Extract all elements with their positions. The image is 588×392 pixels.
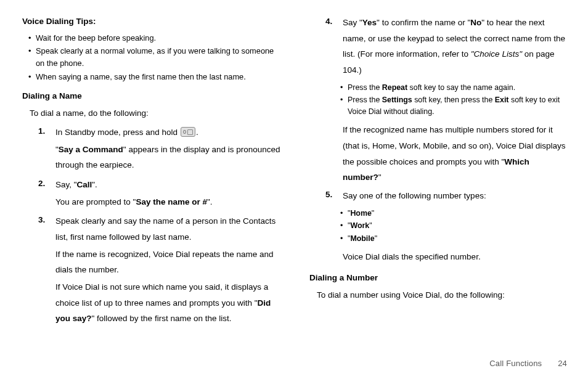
step-3: 3. Speak clearly and say the name of a p… [38,213,282,327]
choice-lists-ref: "Choice Lists" [471,49,522,59]
mobile-label: Mobile [350,234,374,243]
text: If the name is recognized, Voice Dial re… [55,247,282,278]
step-1: 1. In Standby mode, press and hold . "Sa… [38,125,282,174]
list-item: Wait for the beep before speaking. [31,32,282,44]
step-body: Speak clearly and say the name of a pers… [55,213,282,327]
text: Say, " [55,180,77,189]
text: In Standby mode, press and hold [55,128,180,137]
text: " to confirm the name or " [377,18,470,27]
step4-continuation: If the recognized name has multiple numb… [343,122,570,186]
step-4: 4. Say "Yes" to confirm the name or "No"… [325,15,570,80]
left-column: Voice Dialing Tips: Wait for the beep be… [22,12,296,357]
step4-sublist: Press the Repeat soft key to say the nam… [328,82,570,118]
voice-dialing-tips-header: Voice Dialing Tips: [22,15,282,28]
home-label: Home [350,209,371,218]
list-item: Press the Repeat soft key to say the nam… [343,82,570,94]
step-body: Say, "Call". You are prompted to "Say th… [55,177,282,211]
text: " [369,221,372,230]
call-label: Call [77,180,92,189]
step5-after: Voice Dial dials the specified number. [343,249,570,265]
list-item: "Work" [343,220,570,232]
section-title: Call Functions [489,359,542,368]
say-command-label: Say a Command [59,145,123,154]
text: . [196,128,198,137]
step-body: Say "Yes" to confirm the name or "No" to… [343,15,570,80]
step-2: 2. Say, "Call". You are prompted to "Say… [38,177,282,211]
right-column: 4. Say "Yes" to confirm the name or "No"… [296,12,570,357]
text: Speak clearly and say the name of a pers… [55,213,282,245]
list-item: Press the Settings soft key, then press … [343,94,570,117]
list-item: When saying a name, say the first name t… [31,71,282,83]
text: ". [207,197,213,206]
page-number: 24 [558,359,567,368]
dialing-number-header: Dialing a Number [309,271,570,285]
exit-label: Exit [495,96,509,104]
yes-label: Yes [362,18,377,27]
work-label: Work [350,221,369,230]
text: You are prompted to " [55,197,136,206]
step-5: 5. Say one of the following number types… [325,188,570,205]
text: Press the [348,83,382,92]
text: If the recognized name has multiple numb… [343,125,565,166]
list-item: "Mobile" [343,233,570,245]
settings-label: Settings [382,96,412,104]
step-number: 3. [38,213,55,327]
text: " followed by the first name on the list… [92,314,232,323]
step-number: 2. [38,177,55,211]
page-content: Voice Dialing Tips: Wait for the beep be… [0,0,588,357]
text: Say " [343,18,362,27]
list-item: "Home" [343,208,570,219]
voice-key-icon [181,127,195,137]
step-number: 5. [325,188,343,205]
text: " [375,234,377,243]
dialing-name-intro: To dial a name, do the following: [30,107,282,120]
no-label: No [470,18,481,27]
step-body: Say one of the following number types: [343,188,570,205]
step-body: In Standby mode, press and hold . "Say a… [55,125,282,174]
repeat-label: Repeat [382,83,407,92]
dialing-name-header: Dialing a Name [22,89,282,103]
text: ". [92,180,97,189]
page-footer: Call Functions 24 [0,357,588,377]
number-types-list: "Home" "Work" "Mobile" [328,208,570,245]
dialing-number-intro: To dial a number using Voice Dial, do th… [317,288,570,302]
text: If Voice Dial is not sure which name you… [55,282,268,308]
text: " [378,173,382,182]
text: soft key to say the name again. [407,83,515,92]
list-item: Speak clearly at a normal volume, as if … [31,45,282,70]
text: " [372,209,374,218]
step-number: 1. [38,125,55,174]
text: Say one of the following number types: [343,188,570,204]
step-number: 4. [325,15,343,80]
text: Press the [348,96,382,104]
say-name-label: Say the name or # [136,197,207,206]
tips-list: Wait for the beep before speaking. Speak… [22,32,282,83]
text: soft key, then press the [412,96,495,104]
